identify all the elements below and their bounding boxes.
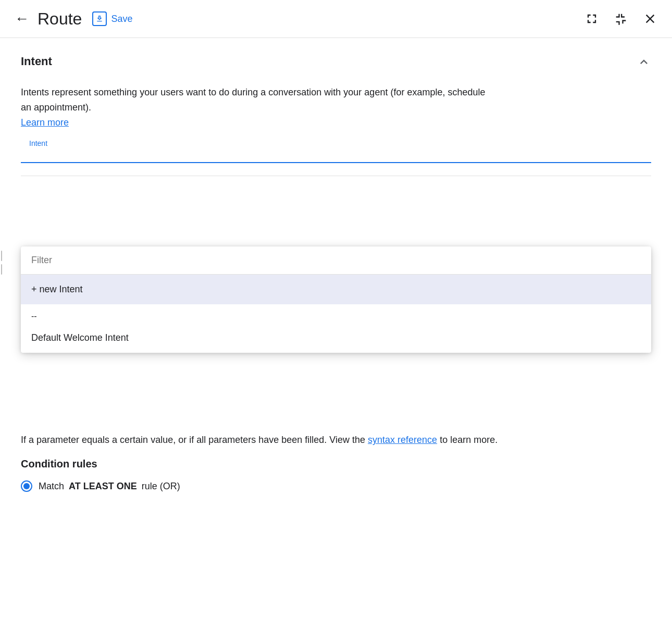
condition-rules-title: Condition rules (21, 458, 651, 470)
save-button[interactable]: Save (88, 9, 136, 28)
intent-field-label: Intent (27, 139, 49, 147)
dropdown-divider: -- (21, 304, 651, 323)
save-icon (92, 11, 107, 26)
condition-desc-suffix: to learn more. (437, 435, 497, 445)
intent-section: Intent Intents represent something your … (21, 38, 651, 176)
main-content: Intent Intents represent something your … (0, 38, 672, 504)
condition-section: If a parameter equals a certain value, o… (21, 416, 651, 504)
header-left: ← Route Save (13, 8, 574, 29)
chevron-up-icon (637, 55, 651, 69)
description-text: Intents represent something your users w… (21, 87, 486, 113)
compress-button[interactable] (612, 9, 630, 28)
collapse-button[interactable] (637, 55, 651, 72)
match-label: Match AT LEAST ONE rule (OR) (39, 481, 180, 492)
radio-inner (23, 483, 30, 489)
dropdown-filter-container (21, 246, 651, 275)
fullscreen-button[interactable] (582, 9, 601, 28)
close-button[interactable] (641, 9, 659, 28)
match-rule-row: Match AT LEAST ONE rule (OR) (21, 480, 651, 492)
condition-description: If a parameter equals a certain value, o… (21, 432, 651, 448)
save-label: Save (111, 14, 132, 24)
new-intent-label: + new Intent (31, 284, 83, 294)
back-button[interactable]: ← (13, 8, 31, 29)
intent-field-container: Intent (21, 144, 651, 163)
page-title: Route (38, 9, 82, 29)
intent-description: Intents represent something your users w… (21, 85, 490, 130)
compress-icon (614, 11, 628, 26)
header: ← Route Save (0, 0, 672, 38)
filter-input[interactable] (31, 255, 641, 266)
radio-button[interactable] (21, 480, 32, 492)
learn-more-link[interactable]: Learn more (21, 117, 69, 128)
sidebar-handle (0, 247, 3, 278)
back-arrow-icon: ← (15, 10, 29, 27)
section-title: Intent (21, 55, 52, 68)
intent-input[interactable] (21, 144, 651, 163)
fullscreen-icon (584, 11, 599, 26)
close-icon (643, 11, 657, 26)
default-welcome-intent-item[interactable]: Default Welcome Intent (21, 323, 651, 353)
default-welcome-label: Default Welcome Intent (31, 332, 129, 343)
section-header: Intent (21, 55, 651, 72)
syntax-reference-link[interactable]: syntax reference (368, 435, 437, 445)
new-intent-item[interactable]: + new Intent (21, 275, 651, 304)
header-right (582, 9, 659, 28)
condition-desc-prefix: If a parameter equals a certain value, o… (21, 435, 368, 445)
intent-dropdown: + new Intent -- Default Welcome Intent (21, 246, 651, 353)
